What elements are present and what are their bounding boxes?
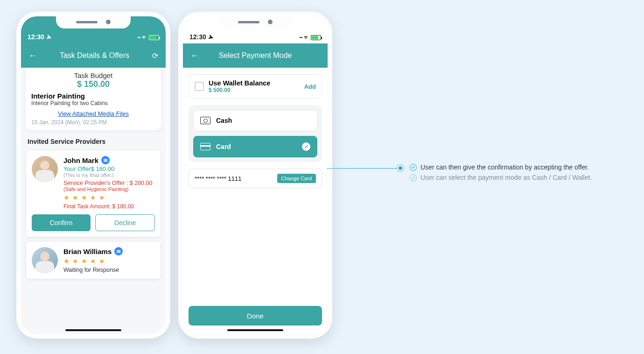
avatar bbox=[32, 156, 58, 182]
card-icon bbox=[200, 143, 210, 150]
change-card-button[interactable]: Change Card bbox=[277, 174, 316, 183]
status-time: 12:30 bbox=[28, 33, 44, 41]
selected-check-icon: ✓ bbox=[302, 142, 310, 151]
wallet-checkbox[interactable] bbox=[195, 82, 204, 91]
nav-bar: ← Task Details & Offers ⟳ bbox=[21, 43, 166, 68]
status-time: 12:30 bbox=[189, 33, 206, 41]
budget-label: Task Budget bbox=[31, 71, 155, 79]
device-notch bbox=[218, 15, 293, 28]
battery-icon bbox=[149, 35, 159, 40]
wallet-row[interactable]: Use Wallet Balance $ 500.00 Add bbox=[189, 74, 322, 99]
card-label: Card bbox=[216, 143, 231, 150]
cash-icon bbox=[200, 117, 210, 124]
wallet-title: Use Wallet Balance bbox=[209, 79, 300, 87]
chat-icon[interactable]: ✉ bbox=[114, 247, 123, 255]
your-offer: Your Offer$ 180.00 bbox=[63, 165, 155, 172]
device-notch bbox=[56, 15, 131, 28]
pay-option-cash[interactable]: Cash bbox=[193, 110, 317, 131]
cash-label: Cash bbox=[216, 117, 232, 124]
saved-card-row: **** **** **** 1111 Change Card bbox=[189, 169, 322, 188]
pay-option-card[interactable]: Card ✓ bbox=[193, 136, 317, 157]
battery-icon bbox=[311, 35, 321, 40]
confirm-button[interactable]: Confirm bbox=[32, 214, 91, 231]
screen-body: Task Budget $ 150.00 Interior Painting I… bbox=[21, 68, 166, 334]
task-budget-card: Task Budget $ 150.00 Interior Painting I… bbox=[26, 68, 161, 130]
payment-options: Cash Card ✓ bbox=[189, 105, 322, 162]
add-wallet-link[interactable]: Add bbox=[304, 83, 316, 90]
nav-bar: ← Select Payment Mode bbox=[183, 43, 328, 68]
rating-stars: ★ ★ ★ ★ ★ bbox=[63, 257, 155, 265]
view-media-link[interactable]: View Attached Media Files bbox=[31, 110, 155, 117]
refresh-button[interactable]: ⟳ bbox=[152, 51, 158, 60]
location-icon: ➤ bbox=[207, 32, 215, 41]
sp-offer-note: (Safe and Hygienic Painting) bbox=[63, 186, 155, 192]
waiting-status: Waiting for Response bbox=[63, 267, 155, 273]
annotation-connector bbox=[327, 168, 397, 169]
home-indicator[interactable] bbox=[227, 329, 283, 331]
provider-card-2: Brian Williams✉ ★ ★ ★ ★ ★ Waiting for Re… bbox=[26, 241, 161, 279]
final-amount: Final Task Amount: $ 180.00 bbox=[63, 203, 155, 210]
home-indicator[interactable] bbox=[65, 329, 121, 331]
screen-body: Use Wallet Balance $ 500.00 Add Cash Car… bbox=[183, 68, 328, 334]
chat-icon[interactable]: ✉ bbox=[101, 156, 110, 164]
avatar bbox=[32, 247, 58, 273]
budget-amount: $ 150.00 bbox=[31, 79, 155, 89]
task-description: Interior Painting for two Cabins bbox=[31, 100, 155, 106]
wallet-balance: $ 500.00 bbox=[209, 87, 300, 93]
task-timestamp: 15 Jan, 2024 (Mon), 02:25 PM bbox=[31, 119, 155, 126]
provider-name: John Mark bbox=[63, 156, 98, 164]
annotation-dot bbox=[397, 164, 404, 172]
back-button[interactable]: ← bbox=[28, 51, 37, 61]
sp-offer: Service Provider's Offer : $ 200.00 bbox=[63, 180, 155, 186]
provider-name: Brian Williams bbox=[63, 248, 112, 255]
decline-button[interactable]: Decline bbox=[95, 214, 155, 231]
done-button[interactable]: Done bbox=[189, 306, 322, 326]
annotation-text: User can then give the confirmation by a… bbox=[420, 163, 589, 171]
your-offer-note: (This is my final offer.) bbox=[63, 172, 155, 178]
nav-title: Task Details & Offers bbox=[37, 51, 152, 60]
check-icon bbox=[410, 164, 417, 171]
rating-stars: ★ ★ ★ ★ ★ bbox=[63, 194, 155, 201]
check-icon bbox=[410, 174, 417, 181]
phone-task-details: 12:30➤ ⋯ ᯤ ← Task Details & Offers ⟳ Tas… bbox=[16, 12, 170, 339]
wifi-icon: ⋯ ᯤ bbox=[300, 34, 309, 41]
annotation-list: User can then give the confirmation by a… bbox=[410, 163, 592, 184]
task-title: Interior Painting bbox=[31, 92, 155, 100]
nav-title: Select Payment Mode bbox=[199, 51, 312, 60]
back-button[interactable]: ← bbox=[190, 51, 199, 61]
masked-card-number: **** **** **** 1111 bbox=[195, 175, 241, 182]
wifi-icon: ⋯ ᯤ bbox=[138, 34, 147, 41]
section-title: Invited Service Providers bbox=[21, 134, 166, 146]
annotation-text: User can select the payment mode as Cash… bbox=[420, 174, 592, 181]
location-icon: ➤ bbox=[45, 32, 53, 41]
phone-payment-mode: 12:30➤ ⋯ ᯤ ← Select Payment Mode Use Wal… bbox=[178, 12, 332, 339]
provider-card-1: John Mark✉ Your Offer$ 180.00 (This is m… bbox=[26, 150, 161, 237]
